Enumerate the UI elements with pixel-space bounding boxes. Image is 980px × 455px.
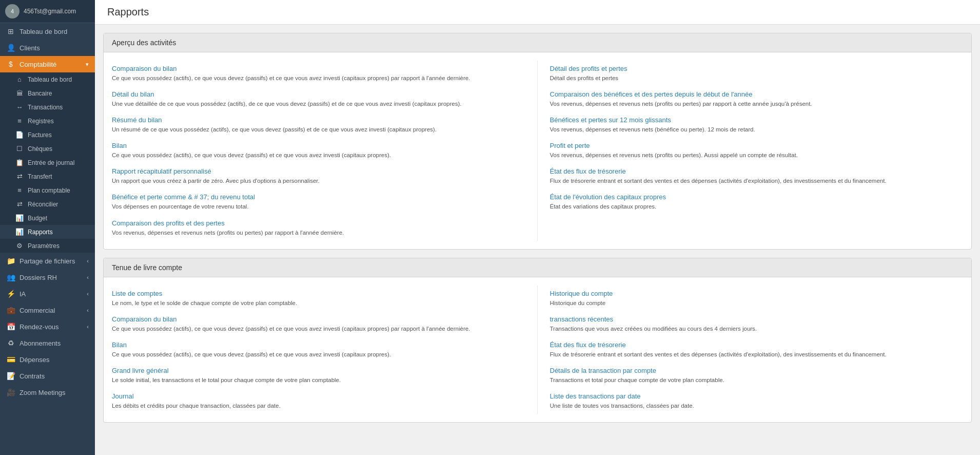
user-profile[interactable]: 4 456Tst@gmail.com bbox=[0, 0, 95, 23]
report-link-comparaison-benefices-annee[interactable]: Comparaison des bénéfices et des pertes … bbox=[550, 90, 955, 98]
sidebar-sub-rapports[interactable]: 📊 Rapports bbox=[0, 225, 95, 239]
report-link-profit-perte[interactable]: Profit et perte bbox=[550, 142, 955, 149]
report-link-comparaison-profits[interactable]: Comparaison des profits et des pertes bbox=[112, 219, 517, 227]
sub-label: Registres bbox=[28, 118, 54, 125]
sidebar-item-abonnements[interactable]: ♻ Abonnements bbox=[0, 335, 95, 351]
report-link-evolution-capitaux[interactable]: État de l'évolution des capitaux propres bbox=[550, 193, 955, 201]
sidebar-sub-entree-journal[interactable]: 📋 Entrée de journal bbox=[0, 156, 95, 169]
sidebar-sub-reconcilier[interactable]: ⇄ Réconcilier bbox=[0, 197, 95, 211]
report-link-liste-comptes[interactable]: Liste de comptes bbox=[112, 290, 517, 297]
sidebar-label: IA bbox=[19, 290, 26, 298]
sidebar-sub-budget[interactable]: 📊 Budget bbox=[0, 211, 95, 225]
sidebar-item-rendez-vous[interactable]: 📅 Rendez-vous ‹ bbox=[0, 318, 95, 335]
sidebar-sub-bancaire[interactable]: 🏛 Bancaire bbox=[0, 86, 95, 100]
sidebar-item-dossiers-rh[interactable]: 👥 Dossiers RH ‹ bbox=[0, 269, 95, 286]
report-link-benefices-12mois[interactable]: Bénéfices et pertes sur 12 mois glissant… bbox=[550, 116, 955, 124]
sub-label: Transfert bbox=[28, 173, 52, 180]
sidebar-sub-plan-comptable[interactable]: ≡ Plan comptable bbox=[0, 183, 95, 197]
report-link-transactions-recentes[interactable]: transactions récentes bbox=[550, 315, 955, 323]
sub-label: Budget bbox=[28, 215, 47, 222]
registres-icon: ≡ bbox=[15, 117, 24, 125]
report-desc: Vos dépenses en pourcentage de votre rev… bbox=[112, 202, 517, 211]
report-item: Bilan Ce que vous possédez (actifs), ce … bbox=[112, 138, 525, 163]
report-link-transactions-date[interactable]: Liste des transactions par date bbox=[550, 392, 955, 400]
settings-icon: ⚙ bbox=[15, 242, 24, 250]
section-apercu-activites: Aperçu des activités Comparaison du bila… bbox=[103, 33, 972, 250]
sidebar-sub-transfert[interactable]: ⇄ Transfert bbox=[0, 169, 95, 183]
report-item: Détails de la transaction par compte Tra… bbox=[550, 363, 964, 388]
sub-label: Tableau de bord bbox=[28, 76, 72, 83]
report-link-detail-bilan[interactable]: Détail du bilan bbox=[112, 90, 517, 98]
sidebar-item-commercial[interactable]: 💼 Commercial ‹ bbox=[0, 302, 95, 318]
chevron-left-icon: ‹ bbox=[87, 307, 89, 313]
report-item: État de l'évolution des capitaux propres… bbox=[550, 189, 964, 215]
sidebar-item-zoom-meetings[interactable]: 🎥 Zoom Meetings bbox=[0, 384, 95, 401]
report-item: Historique du compte Historique du compt… bbox=[550, 286, 964, 311]
report-link-grand-livre[interactable]: Grand livre général bbox=[112, 367, 517, 374]
report-link-rapport-recapitulatif[interactable]: Rapport récapitulatif personnalisé bbox=[112, 167, 517, 175]
sidebar-item-comptabilite[interactable]: $ Comptabilité ▾ bbox=[0, 56, 95, 72]
dollar-icon: $ bbox=[6, 60, 15, 68]
report-link-comparaison-bilan[interactable]: Comparaison du bilan bbox=[112, 65, 517, 72]
section-header-apercu: Aperçu des activités bbox=[104, 33, 971, 52]
report-desc: Transactions et total pour chaque compte… bbox=[550, 376, 955, 384]
report-desc: Le solde initial, les transactions et le… bbox=[112, 376, 517, 384]
username: 456Tst@gmail.com bbox=[24, 8, 76, 15]
sidebar-sub-factures[interactable]: 📄 Factures bbox=[0, 128, 95, 142]
sidebar-item-depenses[interactable]: 💳 Dépenses bbox=[0, 351, 95, 368]
sidebar-item-ia[interactable]: ⚡ IA ‹ bbox=[0, 286, 95, 302]
report-link-bilan-2[interactable]: Bilan bbox=[112, 341, 517, 349]
sidebar-label: Rendez-vous bbox=[19, 323, 59, 331]
report-item: Bénéfice et perte comme & # 37; du reven… bbox=[112, 189, 525, 215]
sub-label: Réconcilier bbox=[28, 201, 58, 208]
subscription-icon: ♻ bbox=[6, 339, 15, 347]
sub-label: Factures bbox=[28, 131, 52, 139]
section-header-tenue: Tenue de livre compte bbox=[104, 258, 971, 277]
report-item: Bénéfices et pertes sur 12 mois glissant… bbox=[550, 112, 964, 138]
sidebar-sub-transactions[interactable]: ↔ Transactions bbox=[0, 100, 95, 114]
budget-icon: 📊 bbox=[15, 214, 24, 222]
report-item: Liste de comptes Le nom, le type et le s… bbox=[112, 286, 525, 311]
sidebar-item-tableau-de-bord[interactable]: ⊞ Tableau de bord bbox=[0, 23, 95, 40]
sidebar-sub-tableau-de-bord[interactable]: ⌂ Tableau de bord bbox=[0, 72, 95, 86]
report-link-historique-compte[interactable]: Historique du compte bbox=[550, 290, 955, 297]
report-desc: Flux de trésorerie entrant et sortant de… bbox=[550, 177, 955, 185]
report-item: Comparaison des profits et des pertes Vo… bbox=[112, 215, 525, 241]
sidebar-label: Contrats bbox=[19, 372, 45, 380]
avatar: 4 bbox=[5, 4, 19, 18]
sidebar-item-partage-fichiers[interactable]: 📁 Partage de fichiers ‹ bbox=[0, 253, 95, 269]
report-link-details-transaction[interactable]: Détails de la transaction par compte bbox=[550, 367, 955, 374]
sub-label: Bancaire bbox=[28, 90, 52, 97]
sidebar-sub-parametres[interactable]: ⚙ Paramètres bbox=[0, 239, 95, 253]
report-link-flux-tresorerie-2[interactable]: État des flux de trésorerie bbox=[550, 341, 955, 349]
chevron-left-icon: ‹ bbox=[87, 324, 89, 330]
sidebar-sub-registres[interactable]: ≡ Registres bbox=[0, 114, 95, 128]
sidebar-item-clients[interactable]: 👤 Clients bbox=[0, 40, 95, 56]
report-link-journal[interactable]: Journal bbox=[112, 392, 517, 400]
report-link-resume-bilan[interactable]: Résumé du bilan bbox=[112, 116, 517, 124]
sub-label: Chèques bbox=[28, 145, 52, 153]
col-left-apercu: Comparaison du bilan Ce que vous posséde… bbox=[112, 61, 538, 241]
journal-icon: 📋 bbox=[15, 159, 24, 166]
report-item: État des flux de trésorerie Flux de trés… bbox=[550, 337, 964, 363]
report-item: Grand livre général Le solde initial, le… bbox=[112, 363, 525, 388]
report-link-comparaison-bilan-2[interactable]: Comparaison du bilan bbox=[112, 315, 517, 323]
sidebar-sub-cheques[interactable]: ☐ Chèques bbox=[0, 142, 95, 156]
sidebar-label: Dossiers RH bbox=[19, 274, 57, 281]
report-link-benefice-perte-pct[interactable]: Bénéfice et perte comme & # 37; du reven… bbox=[112, 193, 517, 201]
bank-icon: 🏛 bbox=[15, 89, 24, 97]
sidebar-label: Dépenses bbox=[19, 356, 50, 364]
report-link-detail-profits[interactable]: Détail des profits et pertes bbox=[550, 65, 955, 72]
report-item: Bilan Ce que vous possédez (actifs), ce … bbox=[112, 337, 525, 363]
report-link-bilan[interactable]: Bilan bbox=[112, 142, 517, 149]
report-link-flux-tresorerie[interactable]: État des flux de trésorerie bbox=[550, 167, 955, 175]
page-title: Rapports bbox=[107, 6, 968, 18]
sidebar-label: Comptabilité bbox=[19, 61, 56, 68]
section-body-tenue: Liste de comptes Le nom, le type et le s… bbox=[104, 277, 971, 422]
reconcile-icon: ⇄ bbox=[15, 200, 24, 208]
report-item: Comparaison du bilan Ce que vous posséde… bbox=[112, 311, 525, 337]
sidebar-item-contrats[interactable]: 📝 Contrats bbox=[0, 368, 95, 384]
report-item: État des flux de trésorerie Flux de trés… bbox=[550, 163, 964, 189]
report-desc: Un résumé de ce que vous possédez (actif… bbox=[112, 125, 517, 134]
chevron-down-icon: ▾ bbox=[86, 61, 89, 68]
